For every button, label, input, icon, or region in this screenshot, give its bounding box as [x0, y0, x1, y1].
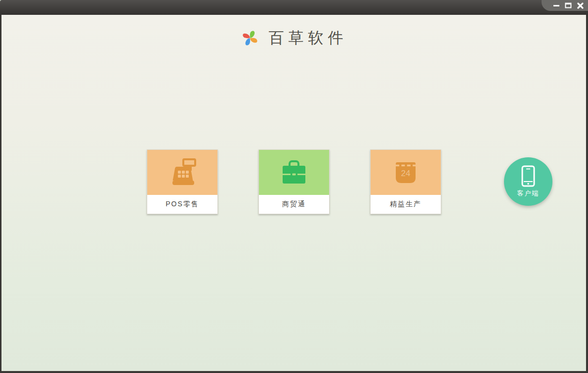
app-header: 百草软件	[1, 28, 586, 48]
client-app-button[interactable]: 客户端	[504, 157, 552, 206]
calendar-icon: 24	[394, 161, 417, 185]
minimize-button[interactable]	[553, 2, 560, 9]
app-title: 百草软件	[269, 28, 348, 48]
maximize-button[interactable]	[565, 2, 572, 9]
card-label: 精益生产	[371, 195, 441, 214]
app-card-lean-production[interactable]: 24 精益生产	[370, 149, 441, 214]
minimize-icon	[553, 2, 560, 9]
briefcase-icon	[279, 159, 309, 186]
window-frame-bottom	[0, 371, 588, 373]
app-card-pos-retail[interactable]: POS零售	[147, 149, 218, 214]
main-content: 百草软件	[1, 15, 586, 371]
close-icon	[577, 2, 584, 9]
cash-register-icon	[166, 158, 199, 187]
card-icon-area	[147, 150, 217, 195]
card-label: 商贸通	[259, 195, 329, 214]
card-label: POS零售	[147, 195, 217, 214]
window-frame-right	[586, 15, 588, 373]
window-controls	[542, 0, 588, 11]
app-window: 百草软件	[0, 0, 588, 373]
client-badge-label: 客户端	[517, 189, 540, 198]
title-bar[interactable]	[0, 0, 588, 15]
card-icon-area	[259, 150, 329, 195]
pinwheel-logo-icon	[240, 29, 260, 47]
app-card-trade[interactable]: 商贸通	[258, 149, 330, 214]
maximize-icon	[565, 2, 572, 9]
close-button[interactable]	[577, 2, 584, 9]
card-icon-area: 24	[371, 150, 441, 195]
smartphone-icon	[521, 165, 535, 187]
calendar-day-number: 24	[401, 169, 411, 178]
